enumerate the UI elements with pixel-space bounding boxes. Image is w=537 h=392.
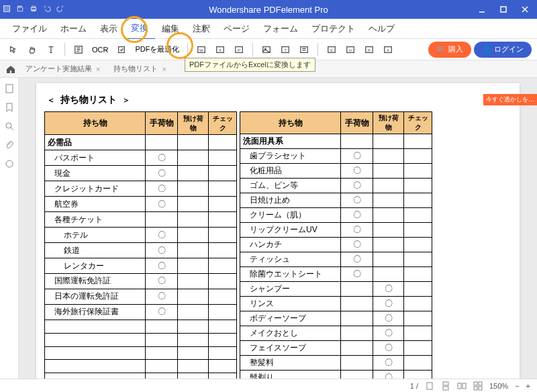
table-row: シャンプー〇 <box>240 282 432 297</box>
document-viewport[interactable]: ＜ 持ち物リスト ＞ 持ち物手荷物預け荷物チェック 必需品 パスポート〇 現金〇… <box>19 78 537 379</box>
th-check: 預け荷物 <box>373 112 404 134</box>
ocr-button[interactable]: OCR <box>89 46 111 54</box>
table-row: ホテル〇 <box>45 228 237 243</box>
text-select-tool[interactable] <box>43 42 59 58</box>
convert-ppt-icon[interactable]: P <box>231 42 247 58</box>
close-icon[interactable]: × <box>162 65 166 73</box>
app-title: Wondershare PDFelement Pro <box>64 5 473 15</box>
zoom-out-button[interactable]: − <box>515 382 519 390</box>
page-number[interactable]: 1 / <box>410 382 418 390</box>
table-row: 整髪料〇 <box>240 356 432 371</box>
table-row: ボディーソープ〇 <box>240 311 432 326</box>
table-row: メイクおとし〇 <box>240 326 432 341</box>
table-row: リンス〇 <box>240 297 432 311</box>
menu-protect[interactable]: プロテクト <box>305 19 362 39</box>
attachments-icon[interactable] <box>4 140 15 150</box>
table-row <box>45 373 237 379</box>
svg-rect-38 <box>458 383 461 389</box>
th-item: 持ち物 <box>45 112 146 135</box>
login-button[interactable]: 👤ログイン <box>474 42 532 58</box>
svg-point-34 <box>6 160 13 167</box>
zoom-level[interactable]: 150% <box>489 382 508 390</box>
close-button[interactable] <box>516 3 534 16</box>
th-check: 預け荷物 <box>178 112 209 135</box>
table-row: クリーム（肌）〇 <box>240 208 432 223</box>
watermark-tag[interactable]: 今すぐ透かしを… <box>483 94 537 105</box>
svg-rect-36 <box>443 382 448 385</box>
menu-edit[interactable]: 編集 <box>155 19 186 39</box>
convert-html-icon[interactable]: H <box>342 42 358 58</box>
tab-survey[interactable]: アンケート実施結果× <box>21 64 104 74</box>
table-row: 髭剃り〇 <box>240 371 432 379</box>
svg-rect-31 <box>6 85 13 93</box>
menu-file[interactable]: ファイル <box>5 19 54 39</box>
separator <box>187 43 188 56</box>
table-row: 鉄道〇 <box>45 243 237 258</box>
save-icon[interactable] <box>16 5 24 15</box>
svg-rect-35 <box>427 383 432 389</box>
select-tool[interactable] <box>5 42 21 58</box>
convert-rtf-icon[interactable]: R <box>361 42 377 58</box>
undo-icon[interactable] <box>43 5 51 15</box>
ocr-icon[interactable] <box>70 42 87 58</box>
table-row <box>45 333 237 346</box>
menu-comment[interactable]: 注釈 <box>186 19 217 39</box>
view-facing-cont-icon[interactable] <box>473 381 483 391</box>
convert-image-icon[interactable] <box>258 42 275 58</box>
redo-icon[interactable] <box>56 5 64 15</box>
th-item: 持ち物 <box>240 112 341 134</box>
menu-home[interactable]: ホーム <box>54 19 93 39</box>
optimize-icon[interactable] <box>113 42 130 58</box>
th-done: チェック <box>209 112 237 135</box>
view-continuous-icon[interactable] <box>441 381 450 391</box>
thumbnails-icon[interactable] <box>4 83 15 94</box>
close-icon[interactable]: × <box>96 65 100 73</box>
zoom-in-button[interactable]: + <box>526 382 530 390</box>
table-row: リップクリームUV〇 <box>240 223 432 238</box>
comments-icon[interactable] <box>4 158 15 169</box>
svg-point-32 <box>6 123 11 128</box>
svg-text:R: R <box>369 48 371 52</box>
svg-text:E: E <box>331 48 334 52</box>
view-single-icon[interactable] <box>425 381 434 391</box>
bookmarks-icon[interactable] <box>4 102 15 113</box>
table-row: フェイスソープ〇 <box>240 341 432 356</box>
home-icon[interactable] <box>5 64 16 75</box>
buy-button[interactable]: 🛒購入 <box>428 42 471 58</box>
menu-view[interactable]: 表示 <box>93 19 124 39</box>
convert-text-icon[interactable]: T <box>277 42 293 58</box>
search-icon[interactable] <box>4 121 15 132</box>
svg-rect-0 <box>4 5 10 11</box>
svg-rect-43 <box>479 387 482 390</box>
chevron-right-icon: ＞ <box>122 95 130 106</box>
convert-other-icon[interactable] <box>296 42 312 58</box>
packing-table-right: 持ち物手荷物預け荷物チェック 洗面用具系 歯ブラシセット〇 化粧用品〇 ゴム、ピ… <box>240 111 432 379</box>
user-icon: 👤 <box>482 45 491 54</box>
svg-line-33 <box>11 128 13 130</box>
maximize-button[interactable] <box>494 3 513 16</box>
sidebar <box>0 78 19 379</box>
optimize-button[interactable]: PDFを最適化 <box>132 44 182 54</box>
view-facing-icon[interactable] <box>457 381 467 391</box>
table-row: 各種チケット <box>45 212 237 228</box>
menu-form[interactable]: フォーム <box>256 19 305 39</box>
minimize-button[interactable] <box>473 3 491 16</box>
menu-page[interactable]: ページ <box>217 19 256 39</box>
titlebar: Wondershare PDFelement Pro <box>0 0 537 19</box>
table-row <box>45 360 237 373</box>
convert-excel-icon[interactable]: X <box>212 42 228 58</box>
hand-tool[interactable] <box>24 42 40 58</box>
table-row: 航空券〇 <box>45 197 237 212</box>
menu-convert[interactable]: 変換 <box>124 18 155 40</box>
tab-packing[interactable]: 持ち物リスト× <box>109 64 170 74</box>
convert-epub-icon[interactable]: E <box>324 42 340 58</box>
table-row: 洗面用具系 <box>240 134 432 149</box>
chevron-left-icon: ＜ <box>47 95 55 106</box>
print-icon[interactable] <box>30 5 38 15</box>
convert-pdfa-icon[interactable]: A <box>380 42 396 58</box>
menu-help[interactable]: ヘルプ <box>362 19 401 39</box>
page: ＜ 持ち物リスト ＞ 持ち物手荷物預け荷物チェック 必需品 パスポート〇 現金〇… <box>36 83 520 379</box>
table-row: 必需品 <box>45 135 237 150</box>
convert-word-icon[interactable]: W <box>193 42 209 58</box>
packing-table-left: 持ち物手荷物預け荷物チェック 必需品 パスポート〇 現金〇 クレジットカード〇 … <box>44 111 237 379</box>
